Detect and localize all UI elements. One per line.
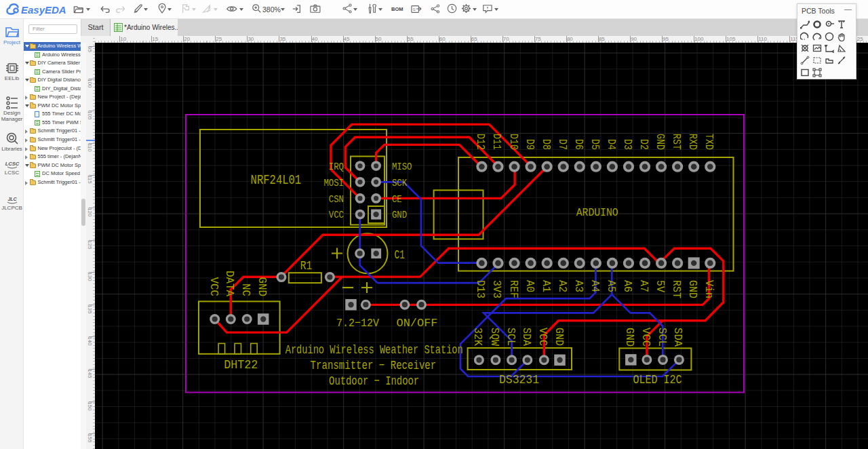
- svg-text:VCC: VCC: [208, 277, 220, 297]
- svg-text:OLED I2C: OLED I2C: [633, 373, 682, 387]
- svg-text:A4: A4: [589, 280, 601, 292]
- svg-text:SDA: SDA: [520, 328, 533, 347]
- svg-text:NRF24L01: NRF24L01: [251, 172, 302, 188]
- svg-text:GND: GND: [623, 328, 636, 347]
- svg-text:TXD: TXD: [703, 134, 715, 150]
- svg-text:D8: D8: [540, 139, 553, 150]
- svg-text:D11: D11: [490, 134, 503, 150]
- svg-text:ON/OFF: ON/OFF: [397, 317, 438, 330]
- svg-text:SDA: SDA: [671, 328, 684, 347]
- svg-text:VCC: VCC: [329, 210, 344, 221]
- svg-text:DS3231: DS3231: [499, 373, 539, 387]
- svg-text:GND: GND: [256, 277, 269, 297]
- svg-text:D10: D10: [507, 134, 520, 150]
- svg-text:A2: A2: [556, 280, 569, 292]
- svg-text:JLC: JLC: [7, 197, 17, 201]
- svg-text:CSN: CSN: [329, 194, 344, 206]
- svg-text:VCC: VCC: [639, 328, 652, 347]
- svg-text:Transmitter − Receiver: Transmitter − Receiver: [311, 358, 437, 373]
- svg-text:D7: D7: [556, 139, 569, 150]
- svg-text:7.2−12V: 7.2−12V: [336, 317, 380, 330]
- svg-text:GND: GND: [654, 134, 667, 150]
- svg-text:SQW: SQW: [488, 328, 501, 347]
- svg-text:MISO: MISO: [392, 161, 412, 173]
- svg-text:RST: RST: [670, 134, 683, 150]
- svg-text:D4: D4: [605, 139, 618, 150]
- svg-text:Vin: Vin: [703, 280, 715, 298]
- svg-text:RST: RST: [670, 280, 683, 298]
- svg-text:SCL: SCL: [505, 328, 517, 346]
- svg-text:GND: GND: [553, 328, 566, 346]
- svg-text:MOSI: MOSI: [323, 178, 344, 189]
- svg-text:IRQ: IRQ: [329, 161, 344, 173]
- svg-text:5V: 5V: [654, 280, 667, 293]
- svg-text:VCC: VCC: [536, 328, 549, 346]
- svg-text:ARDUINO: ARDUINO: [576, 206, 618, 219]
- svg-text:SCL: SCL: [656, 328, 669, 347]
- svg-text:G: G: [413, 7, 416, 12]
- svg-text:A7: A7: [637, 280, 650, 292]
- svg-text:D9: D9: [524, 139, 536, 150]
- svg-text:DHT22: DHT22: [224, 358, 258, 372]
- svg-text:A5: A5: [605, 280, 618, 292]
- svg-text:CE: CE: [392, 194, 402, 206]
- svg-text:A6: A6: [621, 280, 634, 292]
- svg-text:SCK: SCK: [392, 178, 407, 189]
- svg-text:D5: D5: [589, 139, 601, 150]
- svg-text:A3: A3: [572, 280, 585, 292]
- svg-text:D2: D2: [637, 139, 650, 150]
- svg-text:Arduino Wireless Weather Stati: Arduino Wireless Weather Station: [285, 343, 463, 357]
- svg-text:LCSC: LCSC: [5, 161, 19, 167]
- svg-text:GND: GND: [392, 210, 407, 221]
- svg-text:3V3: 3V3: [490, 280, 503, 298]
- svg-text:EasyEDA: EasyEDA: [21, 4, 66, 16]
- svg-text:C1: C1: [395, 248, 405, 262]
- svg-text:RXD: RXD: [686, 134, 699, 150]
- svg-text:32K: 32K: [471, 328, 484, 347]
- svg-text:Outdoor − Indoor: Outdoor − Indoor: [329, 374, 419, 389]
- svg-text:REF: REF: [507, 280, 520, 298]
- svg-text:A1: A1: [540, 280, 553, 292]
- svg-text:GND: GND: [686, 280, 699, 298]
- svg-text:DATA: DATA: [223, 271, 236, 297]
- svg-text:D6: D6: [572, 139, 585, 150]
- svg-text:A0: A0: [524, 280, 536, 292]
- svg-text:R1: R1: [300, 259, 313, 273]
- svg-text:NC: NC: [239, 284, 252, 296]
- svg-text:D12: D12: [474, 134, 487, 150]
- svg-text:D13: D13: [474, 280, 487, 298]
- svg-text:D3: D3: [621, 139, 634, 150]
